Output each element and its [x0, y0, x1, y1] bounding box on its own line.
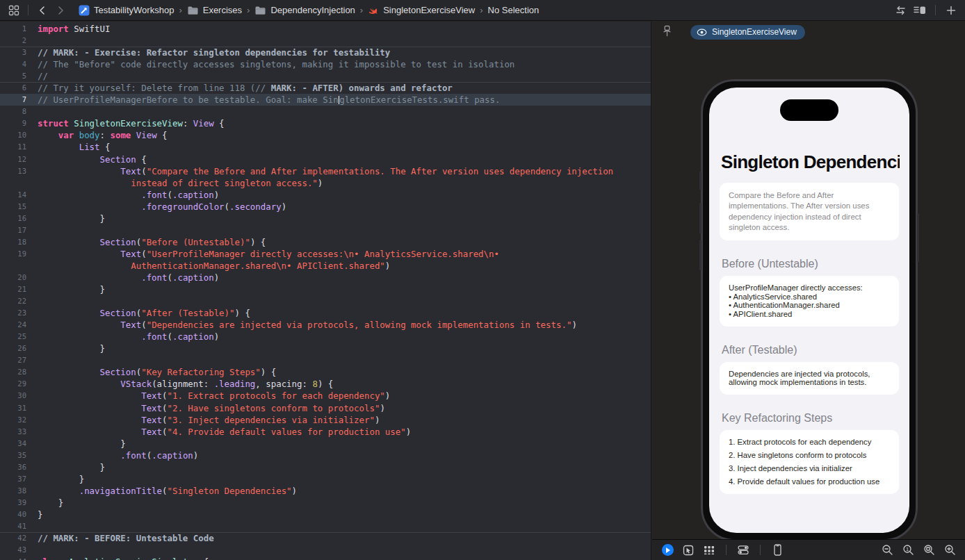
code-line[interactable]: 21 } [0, 283, 651, 295]
code-line[interactable]: 23 Section("After (Testable)") { [0, 307, 651, 319]
code-line[interactable]: 14 .font(.caption) [0, 189, 651, 201]
line-number[interactable]: 19 [0, 248, 26, 260]
line-number[interactable]: 8 [0, 106, 26, 117]
code-line[interactable]: 37 } [0, 473, 651, 485]
preview-target-chip[interactable]: SingletonExerciseView [690, 25, 805, 40]
zoom-out-icon[interactable] [880, 543, 894, 557]
line-number[interactable]: 23 [0, 307, 26, 319]
line-number[interactable]: 12 [0, 154, 26, 165]
zoom-fit-icon[interactable] [922, 543, 936, 557]
line-number[interactable]: 21 [0, 283, 26, 295]
line-number[interactable]: 9 [0, 117, 26, 129]
line-number[interactable]: 44 [0, 556, 26, 560]
line-number[interactable]: 13 [0, 165, 26, 177]
code-line[interactable]: 32 Text("3. Inject dependencies via init… [0, 414, 651, 426]
code-line[interactable]: 29 VStack(alignment: .leading, spacing: … [0, 378, 651, 390]
line-number[interactable]: 34 [0, 438, 26, 450]
code-line[interactable]: 36 } [0, 461, 651, 473]
code-line[interactable]: 43 [0, 544, 651, 556]
code-line[interactable]: 38 .navigationTitle("Singleton Dependenc… [0, 485, 651, 497]
code-line[interactable]: 30 Text("1. Extract protocols for each d… [0, 390, 651, 402]
code-line[interactable]: 27 [0, 354, 651, 366]
variants-grid-icon[interactable] [702, 543, 716, 557]
code-line[interactable]: 41 [0, 520, 651, 532]
code-line[interactable]: 3// MARK: - Exercise: Refactor singleton… [0, 47, 651, 58]
line-number[interactable]: 5 [0, 70, 26, 82]
code-line[interactable]: 20 .font(.caption) [0, 272, 651, 283]
line-number[interactable]: 15 [0, 201, 26, 213]
line-number[interactable]: 43 [0, 544, 26, 556]
code-line[interactable]: 40} [0, 509, 651, 520]
line-number[interactable]: 35 [0, 450, 26, 461]
pin-icon[interactable] [662, 25, 672, 40]
back-chevron-icon[interactable] [35, 3, 49, 17]
line-number[interactable]: 36 [0, 461, 26, 473]
source-editor[interactable]: 1import SwiftUI23// MARK: - Exercise: Re… [0, 22, 651, 560]
zoom-in-icon[interactable] [943, 543, 957, 557]
code-line[interactable]: 33 Text("4. Provide default values for p… [0, 426, 651, 438]
code-line[interactable]: 18 Section("Before (Untestable)") { [0, 236, 651, 248]
line-number[interactable]: 24 [0, 319, 26, 331]
code-line[interactable]: 12 Section { [0, 154, 651, 165]
line-number[interactable]: 3 [0, 47, 26, 58]
code-line[interactable]: 6// Try it yourself: Delete from line 11… [0, 82, 651, 94]
code-line[interactable]: 44class AnalyticsServiceSingleton { [0, 556, 651, 560]
editor-layout-icon[interactable] [913, 3, 927, 17]
code-line[interactable]: 9struct SingletonExerciseView: View { [0, 117, 651, 129]
live-preview-play-icon[interactable] [660, 543, 674, 557]
code-line[interactable]: 5// [0, 70, 651, 82]
line-number[interactable]: 33 [0, 426, 26, 438]
code-line[interactable]: 26 } [0, 343, 651, 354]
breadcrumb-item[interactable]: Exercises [187, 5, 242, 15]
breadcrumb-item[interactable]: TestabilityWorkshop [79, 5, 174, 16]
line-number[interactable]: 7 [0, 94, 26, 106]
code-line[interactable]: 39 } [0, 497, 651, 509]
device-icon[interactable] [770, 543, 784, 557]
line-number[interactable]: 2 [0, 35, 26, 47]
line-number[interactable]: 38 [0, 485, 26, 497]
line-number[interactable]: 26 [0, 343, 26, 354]
forward-chevron-icon[interactable] [54, 3, 67, 17]
related-items-grid-icon[interactable] [7, 3, 21, 17]
code-line[interactable]: 24 Text("Dependencies are injected via p… [0, 319, 651, 331]
line-number[interactable]: 10 [0, 129, 26, 141]
code-line[interactable]: 19 Text("UserProfileManager directly acc… [0, 248, 651, 260]
add-editor-icon[interactable] [944, 3, 958, 17]
line-number[interactable] [0, 177, 26, 189]
line-number[interactable]: 14 [0, 189, 26, 201]
code-line[interactable]: 15 .foregroundColor(.secondary) [0, 201, 651, 213]
code-line[interactable]: 4// The "Before" code directly accesses … [0, 58, 651, 70]
line-number[interactable]: 20 [0, 272, 26, 283]
line-number[interactable]: 28 [0, 366, 26, 378]
code-line[interactable]: instead of direct singleton access.") [0, 177, 651, 189]
device-settings-icon[interactable] [736, 543, 750, 557]
code-line[interactable]: 8 [0, 106, 651, 117]
line-number[interactable]: 18 [0, 236, 26, 248]
code-line[interactable]: 35 .font(.caption) [0, 450, 651, 461]
code-area[interactable]: 1import SwiftUI23// MARK: - Exercise: Re… [0, 22, 651, 560]
line-number[interactable]: 11 [0, 141, 26, 153]
code-line[interactable]: 10 var body: some View { [0, 129, 651, 141]
line-number[interactable] [0, 260, 26, 272]
iphone-screen[interactable]: Singleton Dependenci… Compare the Before… [709, 88, 909, 533]
line-number[interactable]: 39 [0, 497, 26, 509]
zoom-100-icon[interactable]: 1 [901, 543, 915, 557]
code-line[interactable]: 11 List { [0, 141, 651, 153]
code-line[interactable]: 42// MARK: - BEFORE: Untestable Code [0, 532, 651, 544]
code-line[interactable]: 7// UserProfileManagerBefore to be testa… [0, 94, 651, 106]
line-number[interactable]: 32 [0, 414, 26, 426]
line-number[interactable]: 16 [0, 213, 26, 224]
selectable-mode-icon[interactable] [681, 543, 695, 557]
code-line[interactable]: 1import SwiftUI [0, 23, 651, 35]
line-number[interactable]: 29 [0, 378, 26, 390]
code-line[interactable]: 16 } [0, 213, 651, 224]
code-line[interactable]: 31 Text("2. Have singletons conform to p… [0, 402, 651, 414]
code-line[interactable]: 34 } [0, 438, 651, 450]
code-line[interactable]: 13 Text("Compare the Before and After im… [0, 165, 651, 177]
code-line[interactable]: 22 [0, 295, 651, 307]
code-line[interactable]: 2 [0, 35, 651, 47]
code-line[interactable]: AuthenticationManager.shared\n• APIClien… [0, 260, 651, 272]
line-number[interactable]: 37 [0, 473, 26, 485]
code-line[interactable]: 25 .font(.caption) [0, 331, 651, 343]
line-number[interactable]: 4 [0, 58, 26, 70]
